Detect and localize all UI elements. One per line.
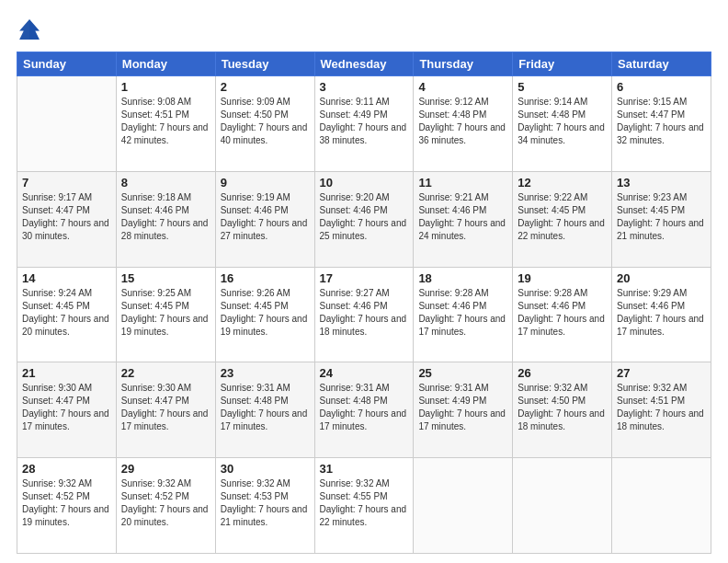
cell-details: Sunrise: 9:09 AMSunset: 4:50 PMDaylight:… bbox=[221, 96, 310, 147]
cell-details: Sunrise: 9:32 AMSunset: 4:52 PMDaylight:… bbox=[121, 477, 210, 529]
cell-details: Sunrise: 9:15 AMSunset: 4:47 PMDaylight:… bbox=[617, 96, 706, 147]
day-number: 22 bbox=[121, 366, 210, 380]
day-number: 25 bbox=[418, 366, 507, 380]
day-number: 21 bbox=[22, 366, 111, 380]
day-number: 11 bbox=[418, 176, 507, 190]
page: SundayMondayTuesdayWednesdayThursdayFrid… bbox=[0, 0, 728, 563]
day-number: 4 bbox=[418, 80, 507, 94]
day-number: 14 bbox=[22, 271, 111, 285]
day-number: 28 bbox=[22, 462, 111, 476]
cell-details: Sunrise: 9:23 AMSunset: 4:45 PMDaylight:… bbox=[617, 191, 706, 243]
calendar-week-row: 1Sunrise: 9:08 AMSunset: 4:51 PMDaylight… bbox=[17, 76, 711, 172]
weekday-header-saturday: Saturday bbox=[612, 52, 711, 76]
calendar-cell: 4Sunrise: 9:12 AMSunset: 4:48 PMDaylight… bbox=[414, 76, 513, 172]
calendar-cell: 11Sunrise: 9:21 AMSunset: 4:46 PMDayligh… bbox=[414, 171, 513, 267]
calendar-cell bbox=[612, 458, 711, 554]
calendar-week-row: 7Sunrise: 9:17 AMSunset: 4:47 PMDaylight… bbox=[17, 171, 711, 267]
cell-details: Sunrise: 9:32 AMSunset: 4:53 PMDaylight:… bbox=[221, 477, 310, 529]
cell-details: Sunrise: 9:31 AMSunset: 4:48 PMDaylight:… bbox=[221, 382, 310, 433]
cell-details: Sunrise: 9:32 AMSunset: 4:50 PMDaylight:… bbox=[518, 382, 607, 433]
cell-details: Sunrise: 9:17 AMSunset: 4:47 PMDaylight:… bbox=[22, 191, 111, 243]
calendar-cell: 2Sunrise: 9:09 AMSunset: 4:50 PMDaylight… bbox=[215, 76, 314, 172]
day-number: 10 bbox=[320, 176, 409, 190]
calendar-cell bbox=[513, 458, 612, 554]
weekday-header-monday: Monday bbox=[116, 52, 215, 76]
calendar-cell: 8Sunrise: 9:18 AMSunset: 4:46 PMDaylight… bbox=[116, 171, 215, 267]
calendar-week-row: 14Sunrise: 9:24 AMSunset: 4:45 PMDayligh… bbox=[17, 267, 711, 362]
cell-details: Sunrise: 9:20 AMSunset: 4:46 PMDaylight:… bbox=[320, 191, 409, 243]
cell-details: Sunrise: 9:27 AMSunset: 4:46 PMDaylight:… bbox=[320, 287, 409, 339]
day-number: 3 bbox=[320, 80, 409, 94]
calendar-cell: 17Sunrise: 9:27 AMSunset: 4:46 PMDayligh… bbox=[314, 267, 414, 362]
day-number: 8 bbox=[121, 176, 210, 190]
calendar-cell: 18Sunrise: 9:28 AMSunset: 4:46 PMDayligh… bbox=[414, 267, 513, 362]
cell-details: Sunrise: 9:18 AMSunset: 4:46 PMDaylight:… bbox=[121, 191, 210, 243]
day-number: 9 bbox=[221, 176, 310, 190]
calendar-week-row: 21Sunrise: 9:30 AMSunset: 4:47 PMDayligh… bbox=[17, 362, 711, 458]
day-number: 16 bbox=[221, 271, 310, 285]
cell-details: Sunrise: 9:08 AMSunset: 4:51 PMDaylight:… bbox=[121, 96, 210, 147]
cell-details: Sunrise: 9:32 AMSunset: 4:52 PMDaylight:… bbox=[22, 477, 111, 529]
logo bbox=[17, 17, 46, 42]
calendar-table: SundayMondayTuesdayWednesdayThursdayFrid… bbox=[17, 52, 711, 554]
calendar-cell: 13Sunrise: 9:23 AMSunset: 4:45 PMDayligh… bbox=[612, 171, 711, 267]
weekday-header-row: SundayMondayTuesdayWednesdayThursdayFrid… bbox=[17, 52, 711, 76]
day-number: 17 bbox=[320, 271, 409, 285]
calendar-cell: 22Sunrise: 9:30 AMSunset: 4:47 PMDayligh… bbox=[116, 362, 215, 458]
day-number: 29 bbox=[121, 462, 210, 476]
calendar-cell: 16Sunrise: 9:26 AMSunset: 4:45 PMDayligh… bbox=[215, 267, 314, 362]
calendar-cell: 15Sunrise: 9:25 AMSunset: 4:45 PMDayligh… bbox=[116, 267, 215, 362]
day-number: 7 bbox=[22, 176, 111, 190]
day-number: 5 bbox=[518, 80, 607, 94]
header bbox=[17, 17, 711, 42]
logo-icon bbox=[17, 17, 42, 42]
calendar-cell bbox=[17, 76, 117, 172]
calendar-cell: 20Sunrise: 9:29 AMSunset: 4:46 PMDayligh… bbox=[612, 267, 711, 362]
calendar-cell: 5Sunrise: 9:14 AMSunset: 4:48 PMDaylight… bbox=[513, 76, 612, 172]
cell-details: Sunrise: 9:32 AMSunset: 4:55 PMDaylight:… bbox=[320, 477, 409, 529]
day-number: 31 bbox=[320, 462, 409, 476]
calendar-cell: 12Sunrise: 9:22 AMSunset: 4:45 PMDayligh… bbox=[513, 171, 612, 267]
day-number: 6 bbox=[617, 80, 706, 94]
cell-details: Sunrise: 9:31 AMSunset: 4:49 PMDaylight:… bbox=[418, 382, 507, 433]
weekday-header-wednesday: Wednesday bbox=[314, 52, 414, 76]
day-number: 1 bbox=[121, 80, 210, 94]
weekday-header-sunday: Sunday bbox=[17, 52, 117, 76]
day-number: 26 bbox=[518, 366, 607, 380]
day-number: 15 bbox=[121, 271, 210, 285]
calendar-cell: 31Sunrise: 9:32 AMSunset: 4:55 PMDayligh… bbox=[314, 458, 414, 554]
svg-marker-1 bbox=[29, 19, 40, 40]
calendar-cell: 24Sunrise: 9:31 AMSunset: 4:48 PMDayligh… bbox=[314, 362, 414, 458]
day-number: 2 bbox=[221, 80, 310, 94]
day-number: 23 bbox=[221, 366, 310, 380]
calendar-cell: 6Sunrise: 9:15 AMSunset: 4:47 PMDaylight… bbox=[612, 76, 711, 172]
day-number: 20 bbox=[617, 271, 706, 285]
day-number: 18 bbox=[418, 271, 507, 285]
calendar-cell: 28Sunrise: 9:32 AMSunset: 4:52 PMDayligh… bbox=[17, 458, 117, 554]
weekday-header-thursday: Thursday bbox=[414, 52, 513, 76]
calendar-cell: 30Sunrise: 9:32 AMSunset: 4:53 PMDayligh… bbox=[215, 458, 314, 554]
day-number: 13 bbox=[617, 176, 706, 190]
cell-details: Sunrise: 9:28 AMSunset: 4:46 PMDaylight:… bbox=[418, 287, 507, 339]
cell-details: Sunrise: 9:24 AMSunset: 4:45 PMDaylight:… bbox=[22, 287, 111, 339]
calendar-cell: 27Sunrise: 9:32 AMSunset: 4:51 PMDayligh… bbox=[612, 362, 711, 458]
day-number: 12 bbox=[518, 176, 607, 190]
day-number: 24 bbox=[320, 366, 409, 380]
cell-details: Sunrise: 9:11 AMSunset: 4:49 PMDaylight:… bbox=[320, 96, 409, 147]
calendar-cell: 3Sunrise: 9:11 AMSunset: 4:49 PMDaylight… bbox=[314, 76, 414, 172]
calendar-cell: 21Sunrise: 9:30 AMSunset: 4:47 PMDayligh… bbox=[17, 362, 117, 458]
day-number: 27 bbox=[617, 366, 706, 380]
calendar-week-row: 28Sunrise: 9:32 AMSunset: 4:52 PMDayligh… bbox=[17, 458, 711, 554]
weekday-header-friday: Friday bbox=[513, 52, 612, 76]
cell-details: Sunrise: 9:14 AMSunset: 4:48 PMDaylight:… bbox=[518, 96, 607, 147]
calendar-cell: 26Sunrise: 9:32 AMSunset: 4:50 PMDayligh… bbox=[513, 362, 612, 458]
cell-details: Sunrise: 9:28 AMSunset: 4:46 PMDaylight:… bbox=[518, 287, 607, 339]
calendar-cell: 19Sunrise: 9:28 AMSunset: 4:46 PMDayligh… bbox=[513, 267, 612, 362]
day-number: 19 bbox=[518, 271, 607, 285]
cell-details: Sunrise: 9:32 AMSunset: 4:51 PMDaylight:… bbox=[617, 382, 706, 433]
calendar-cell bbox=[414, 458, 513, 554]
calendar-cell: 25Sunrise: 9:31 AMSunset: 4:49 PMDayligh… bbox=[414, 362, 513, 458]
weekday-header-tuesday: Tuesday bbox=[215, 52, 314, 76]
calendar-cell: 23Sunrise: 9:31 AMSunset: 4:48 PMDayligh… bbox=[215, 362, 314, 458]
calendar-cell: 14Sunrise: 9:24 AMSunset: 4:45 PMDayligh… bbox=[17, 267, 117, 362]
